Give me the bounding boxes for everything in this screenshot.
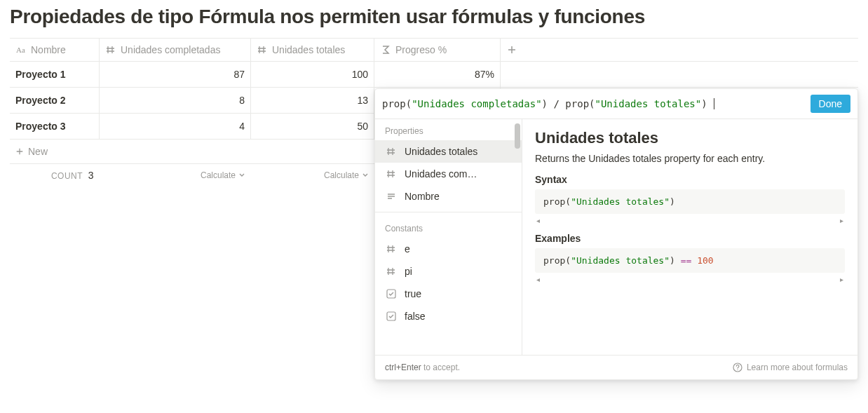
checkbox-icon [385, 310, 398, 323]
number-icon [385, 265, 398, 278]
suggestions-pane[interactable]: Properties Unidades totales Unidades com… [375, 119, 522, 355]
section-label-constants: Constants [375, 217, 522, 238]
fn-token: prop [565, 98, 589, 109]
add-column-button[interactable] [501, 39, 858, 61]
plus-icon [15, 147, 24, 156]
table-row[interactable]: Proyecto 1 87 100 87% [10, 62, 858, 88]
number-icon [257, 44, 268, 55]
examples-heading: Examples [535, 233, 845, 244]
suggestion-label: true [405, 288, 421, 299]
count-value: 3 [88, 170, 94, 181]
svg-text:Aa: Aa [16, 46, 25, 54]
column-label: Unidades completadas [121, 44, 220, 55]
help-icon [733, 363, 742, 372]
scroll-indicator: ◂▸ [535, 276, 845, 283]
text-lines-icon [385, 190, 398, 203]
calculate-button[interactable]: Calculate [100, 170, 251, 180]
suggestion-item-unidades-completadas[interactable]: Unidades com… [375, 163, 522, 185]
suggestion-item-nombre[interactable]: Nombre [375, 185, 522, 208]
column-label: Progreso % [395, 44, 447, 55]
learn-more-link[interactable]: Learn more about formulas [733, 363, 848, 372]
syntax-code: prop("Unidades totales") [535, 189, 845, 214]
count-label: COUNT [51, 171, 83, 181]
popup-footer: ctrl+Enter to accept. Learn more about f… [375, 355, 857, 379]
cell-comp[interactable]: 87 [100, 62, 251, 87]
cell-empty [501, 62, 858, 87]
section-label-properties: Properties [375, 119, 522, 140]
suggestion-label: e [405, 243, 410, 255]
suggestion-label: Unidades com… [405, 168, 477, 180]
syntax-heading: Syntax [535, 174, 845, 185]
learn-more-label: Learn more about formulas [747, 363, 848, 372]
column-label: Nombre [31, 44, 66, 55]
number-icon [105, 44, 116, 55]
chevron-down-icon [238, 172, 245, 179]
suggestion-label: Unidades totales [405, 146, 477, 157]
count-summary[interactable]: COUNT 3 [10, 170, 100, 181]
calculate-button[interactable]: Calculate [251, 170, 374, 180]
suggestion-item-unidades-totales[interactable]: Unidades totales [375, 140, 522, 163]
string-token: "Unidades completadas" [412, 98, 541, 109]
cell-tot[interactable]: 13 [251, 88, 374, 113]
formula-icon [380, 44, 391, 55]
calculate-label: Calculate [201, 170, 236, 180]
cell-name[interactable]: Proyecto 3 [10, 114, 100, 139]
svg-rect-2 [387, 312, 395, 320]
number-icon [385, 145, 398, 158]
documentation-pane: Unidades totales Returns the Unidades to… [522, 119, 857, 355]
page-title: Propiedades de tipo Fórmula nos permiten… [10, 6, 858, 28]
cell-name[interactable]: Proyecto 1 [10, 62, 100, 87]
cell-prog[interactable]: 87% [374, 62, 501, 87]
suggestion-item-e[interactable]: e [375, 238, 522, 260]
fn-token: prop [382, 98, 406, 109]
suggestion-item-pi[interactable]: pi [375, 260, 522, 283]
suggestion-item-true[interactable]: true [375, 283, 522, 305]
suggestion-item-false[interactable]: false [375, 305, 522, 327]
chevron-down-icon [362, 172, 369, 179]
column-header-unidades-totales[interactable]: Unidades totales [251, 39, 374, 61]
scrollbar-thumb[interactable] [515, 123, 520, 149]
text-icon: Aa [15, 44, 27, 55]
formula-bar: prop("Unidades completadas") / prop("Uni… [375, 89, 857, 119]
suggestion-label: false [405, 311, 426, 322]
new-row-label: New [28, 146, 48, 157]
column-label: Unidades totales [272, 44, 345, 55]
column-header-name[interactable]: Aa Nombre [10, 39, 100, 61]
formula-editor-popup: prop("Unidades completadas") / prop("Uni… [374, 88, 858, 380]
formula-input[interactable]: prop("Unidades completadas") / prop("Uni… [382, 98, 803, 109]
table-header-row: Aa Nombre Unidades completadas Unidades … [10, 38, 858, 62]
number-icon [385, 243, 398, 255]
calculate-label: Calculate [324, 170, 359, 180]
done-button[interactable]: Done [811, 95, 850, 113]
cell-name[interactable]: Proyecto 2 [10, 88, 100, 113]
checkbox-icon [385, 287, 398, 300]
cell-tot[interactable]: 100 [251, 62, 374, 87]
doc-description: Returns the Unidades totales property fo… [535, 153, 845, 164]
suggestion-label: pi [405, 266, 412, 277]
doc-title: Unidades totales [535, 129, 845, 147]
cell-comp[interactable]: 8 [100, 88, 251, 113]
cell-tot[interactable]: 50 [251, 114, 374, 139]
kbd-hint: ctrl+Enter [385, 363, 421, 372]
cell-comp[interactable]: 4 [100, 114, 251, 139]
divider [375, 212, 522, 212]
column-header-progreso[interactable]: Progreso % [374, 39, 501, 61]
scroll-indicator: ◂▸ [535, 217, 845, 224]
example-code: prop("Unidades totales") == 100 [535, 248, 845, 273]
plus-icon [506, 44, 517, 55]
number-icon [385, 168, 398, 180]
svg-rect-1 [387, 290, 395, 298]
string-token: "Unidades totales" [595, 98, 702, 109]
accept-hint: ctrl+Enter to accept. [385, 363, 460, 372]
suggestion-label: Nombre [405, 191, 440, 202]
column-header-unidades-completadas[interactable]: Unidades completadas [100, 39, 251, 61]
